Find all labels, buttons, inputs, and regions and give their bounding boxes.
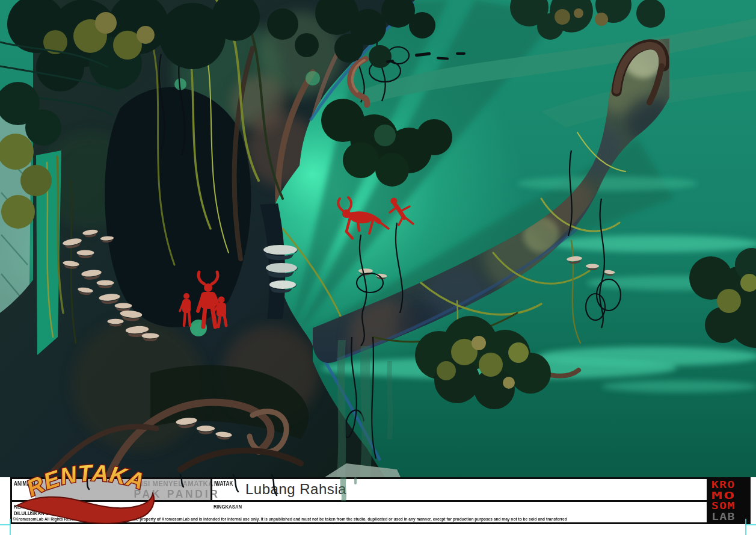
scene-title: Lubang Rahsia [245, 481, 346, 498]
production-art-sheet: ANIMASI MISI MENYELAMATKAN PAK PANDIR WA… [0, 0, 756, 535]
mission-title: MISI MENYELAMATKAN PAK PANDIR [124, 480, 230, 499]
logo-line-lab: LAB [711, 512, 756, 522]
diluluskan-label: DILULUSKAN OLEH [14, 510, 58, 516]
title-block-bar: ANIMASI MISI MENYELAMATKAN PAK PANDIR WA… [10, 477, 751, 524]
animasi-label: ANIMASI [14, 480, 35, 487]
mission-line1: MISI MENYELAMATKAN [131, 480, 224, 487]
secret-hole [105, 87, 251, 327]
logo-line-som: SOM [711, 501, 756, 512]
logo-line-kro: KRO [711, 480, 756, 490]
row-divider [12, 500, 708, 502]
ringkasan-label: RINGKASAN [214, 503, 242, 510]
series-title-box: MISI MENYELAMATKAN PAK PANDIR [35, 479, 211, 500]
kromosomlab-logo: KRO MO SOM LAB [707, 477, 751, 524]
rekaan-label: REKAAN [14, 503, 34, 510]
logo-line-mo: MO [711, 490, 756, 501]
watak-divider [211, 479, 212, 500]
copyright-notice: ©KromosomLab All Rights Reserved. NOTICE… [13, 517, 684, 521]
watak-label: WATAK [215, 480, 233, 487]
scene-painting [0, 0, 756, 477]
